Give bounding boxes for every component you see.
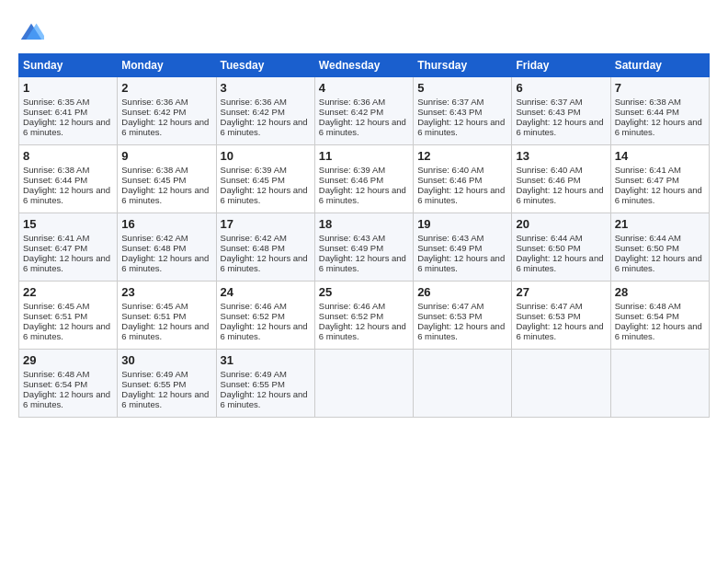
daylight-label: Daylight: 12 hours and 6 minutes. [221,389,308,409]
sunset-text: Sunset: 6:42 PM [121,107,186,117]
sunset-text: Sunset: 6:53 PM [516,311,580,321]
sunset-text: Sunset: 6:46 PM [319,175,383,185]
day-number: 15 [23,217,113,231]
calendar-day-cell: 9Sunrise: 6:38 AMSunset: 6:45 PMDaylight… [118,145,216,213]
sunset-text: Sunset: 6:54 PM [615,311,679,321]
calendar-day-cell: 6Sunrise: 6:37 AMSunset: 6:43 PMDaylight… [512,77,610,145]
day-number: 28 [615,285,705,299]
daylight-label: Daylight: 12 hours and 6 minutes. [221,117,308,137]
daylight-label: Daylight: 12 hours and 6 minutes. [516,253,603,273]
sunset-text: Sunset: 6:52 PM [221,311,285,321]
sunset-text: Sunset: 6:46 PM [516,175,580,185]
daylight-label: Daylight: 12 hours and 6 minutes. [121,389,209,409]
calendar-day-cell: 14Sunrise: 6:41 AMSunset: 6:47 PMDayligh… [610,145,709,213]
calendar-day-cell [512,350,610,418]
header [18,17,710,46]
day-number: 31 [221,353,311,367]
sunset-text: Sunset: 6:44 PM [615,107,679,117]
sunset-text: Sunset: 6:41 PM [23,107,87,117]
calendar-day-cell: 17Sunrise: 6:42 AMSunset: 6:48 PMDayligh… [216,213,314,282]
sunset-text: Sunset: 6:45 PM [121,175,186,185]
calendar-day-cell: 7Sunrise: 6:38 AMSunset: 6:44 PMDaylight… [610,77,709,145]
calendar-day-cell: 3Sunrise: 6:36 AMSunset: 6:42 PMDaylight… [216,77,314,145]
day-number: 27 [516,285,606,299]
calendar-header-cell: Saturday [610,54,709,77]
sunrise-text: Sunrise: 6:44 AM [516,233,582,243]
logo-icon [18,20,44,46]
sunrise-text: Sunrise: 6:38 AM [615,97,681,107]
sunset-text: Sunset: 6:42 PM [319,107,383,117]
sunrise-text: Sunrise: 6:41 AM [615,165,681,175]
calendar-week-row: 1Sunrise: 6:35 AMSunset: 6:41 PMDaylight… [19,77,710,145]
calendar-day-cell: 12Sunrise: 6:40 AMSunset: 6:46 PMDayligh… [414,145,512,213]
calendar-day-cell: 13Sunrise: 6:40 AMSunset: 6:46 PMDayligh… [512,145,610,213]
calendar-week-row: 8Sunrise: 6:38 AMSunset: 6:44 PMDaylight… [19,145,710,213]
sunrise-text: Sunrise: 6:49 AM [121,369,188,379]
calendar-day-cell: 21Sunrise: 6:44 AMSunset: 6:50 PMDayligh… [610,213,709,282]
daylight-label: Daylight: 12 hours and 6 minutes. [615,253,702,273]
day-number: 20 [516,217,606,231]
sunrise-text: Sunrise: 6:37 AM [516,97,582,107]
day-number: 19 [417,217,507,231]
sunset-text: Sunset: 6:55 PM [221,379,285,389]
calendar-header-cell: Wednesday [314,54,413,77]
sunrise-text: Sunrise: 6:39 AM [319,165,385,175]
day-number: 8 [23,149,113,163]
calendar-day-cell: 24Sunrise: 6:46 AMSunset: 6:52 PMDayligh… [216,282,314,350]
day-number: 13 [516,149,606,163]
daylight-label: Daylight: 12 hours and 6 minutes. [319,253,406,273]
daylight-label: Daylight: 12 hours and 6 minutes. [417,185,505,205]
calendar-day-cell: 19Sunrise: 6:43 AMSunset: 6:49 PMDayligh… [414,213,512,282]
daylight-label: Daylight: 12 hours and 6 minutes. [417,117,505,137]
sunrise-text: Sunrise: 6:38 AM [121,165,188,175]
calendar-header-cell: Friday [512,54,610,77]
daylight-label: Daylight: 12 hours and 6 minutes. [121,253,209,273]
calendar-week-row: 22Sunrise: 6:45 AMSunset: 6:51 PMDayligh… [19,282,710,350]
sunset-text: Sunset: 6:47 PM [23,243,87,253]
calendar-header-row: SundayMondayTuesdayWednesdayThursdayFrid… [19,54,710,77]
sunrise-text: Sunrise: 6:40 AM [417,165,483,175]
sunset-text: Sunset: 6:51 PM [23,311,87,321]
day-number: 30 [121,353,211,367]
day-number: 21 [615,217,705,231]
sunset-text: Sunset: 6:51 PM [121,311,186,321]
day-number: 9 [121,149,211,163]
sunset-text: Sunset: 6:43 PM [417,107,482,117]
sunrise-text: Sunrise: 6:48 AM [615,301,681,311]
day-number: 18 [319,217,409,231]
calendar-day-cell: 30Sunrise: 6:49 AMSunset: 6:55 PMDayligh… [118,350,216,418]
daylight-label: Daylight: 12 hours and 6 minutes. [23,185,110,205]
day-number: 12 [417,149,507,163]
day-number: 2 [121,81,211,95]
calendar-day-cell: 29Sunrise: 6:48 AMSunset: 6:54 PMDayligh… [19,350,118,418]
calendar-day-cell: 22Sunrise: 6:45 AMSunset: 6:51 PMDayligh… [19,282,118,350]
daylight-label: Daylight: 12 hours and 6 minutes. [121,321,209,341]
sunset-text: Sunset: 6:54 PM [23,379,87,389]
sunset-text: Sunset: 6:53 PM [417,311,482,321]
sunrise-text: Sunrise: 6:36 AM [121,97,188,107]
day-number: 6 [516,81,606,95]
calendar-day-cell: 2Sunrise: 6:36 AMSunset: 6:42 PMDaylight… [118,77,216,145]
daylight-label: Daylight: 12 hours and 6 minutes. [615,321,702,341]
sunrise-text: Sunrise: 6:42 AM [221,233,287,243]
sunrise-text: Sunrise: 6:43 AM [417,233,483,243]
daylight-label: Daylight: 12 hours and 6 minutes. [516,117,603,137]
calendar-table: SundayMondayTuesdayWednesdayThursdayFrid… [18,53,710,418]
daylight-label: Daylight: 12 hours and 6 minutes. [319,185,406,205]
day-number: 26 [417,285,507,299]
calendar-week-row: 15Sunrise: 6:41 AMSunset: 6:47 PMDayligh… [19,213,710,282]
sunset-text: Sunset: 6:47 PM [615,175,679,185]
sunset-text: Sunset: 6:42 PM [221,107,285,117]
logo [18,20,48,46]
day-number: 7 [615,81,705,95]
sunrise-text: Sunrise: 6:46 AM [319,301,385,311]
sunrise-text: Sunrise: 6:44 AM [615,233,681,243]
sunset-text: Sunset: 6:50 PM [516,243,580,253]
daylight-label: Daylight: 12 hours and 6 minutes. [417,253,505,273]
daylight-label: Daylight: 12 hours and 6 minutes. [221,321,308,341]
sunset-text: Sunset: 6:46 PM [417,175,482,185]
calendar-day-cell: 15Sunrise: 6:41 AMSunset: 6:47 PMDayligh… [19,213,118,282]
calendar-day-cell: 8Sunrise: 6:38 AMSunset: 6:44 PMDaylight… [19,145,118,213]
sunrise-text: Sunrise: 6:40 AM [516,165,582,175]
sunrise-text: Sunrise: 6:47 AM [417,301,483,311]
